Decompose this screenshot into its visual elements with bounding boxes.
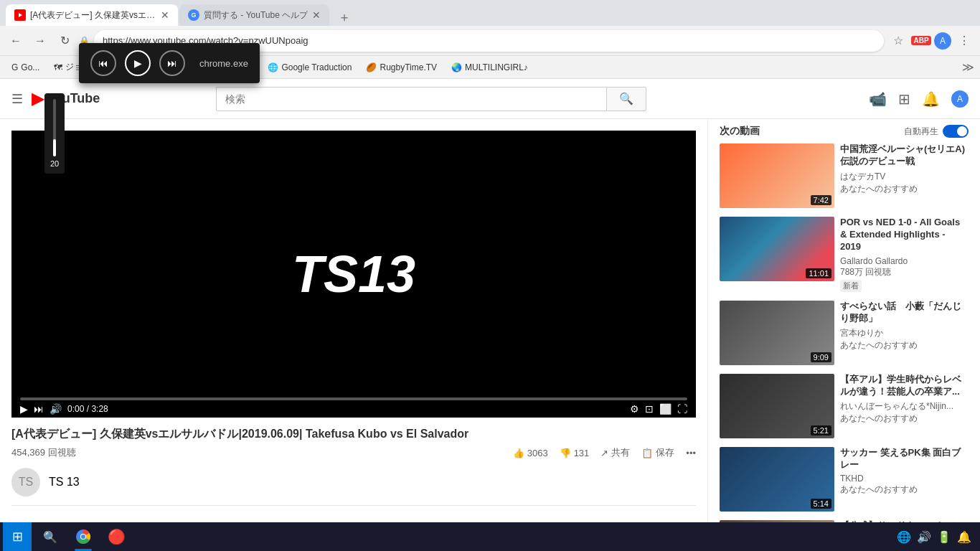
volume-slider-track[interactable] (53, 99, 56, 156)
forward-button[interactable]: → (30, 31, 50, 51)
settings-button[interactable]: ⚙ (630, 403, 639, 415)
ctrl-right: ⚙ ⊡ ⬜ ⛶ (630, 403, 687, 415)
back-button[interactable]: ← (6, 31, 26, 51)
sidebar-duration-0: 7:42 (811, 195, 831, 205)
like-button[interactable]: 👍 3063 (513, 448, 548, 458)
sidebar-duration-4: 5:14 (811, 499, 831, 509)
next-button[interactable]: ⏭ (34, 403, 44, 415)
dislike-button[interactable]: 👎 131 (560, 448, 590, 458)
new-tab-button[interactable]: ＋ (332, 9, 357, 26)
theater-button[interactable]: ⬜ (659, 403, 672, 415)
media-play-button[interactable]: ▶ (125, 50, 151, 76)
bookmark-rugby[interactable]: 🏉 RugbyTime.TV (360, 61, 443, 74)
abp-button[interactable]: ABP (911, 31, 931, 51)
traduction-icon: 🌐 (268, 62, 278, 72)
network-icon[interactable]: 🌐 (897, 530, 911, 544)
sidebar-title-4: サッカー 笑えるPK集 面白ブレー (840, 447, 969, 471)
app3-icon: 🔴 (108, 528, 126, 545)
yt-search-button[interactable]: 🔍 (606, 87, 646, 111)
bookmark-multilingirl[interactable]: 🌏 MULTILINGIRL♪ (446, 61, 534, 74)
grid-icon[interactable]: ⊞ (898, 90, 910, 108)
volume-button[interactable]: 🔊 (50, 403, 62, 415)
google-icon: G (11, 62, 18, 72)
taskbar-search[interactable]: 🔍 (34, 522, 66, 551)
bookmark-star-button[interactable]: ☆ (888, 31, 908, 51)
sidebar-channel-3: れいんぼーちゃんなる*Nijin... (840, 400, 969, 413)
user-avatar[interactable]: A (934, 32, 951, 50)
media-controls-overlay: ⏮ ▶ ⏭ chrome.exe (79, 43, 260, 83)
taskbar-chrome[interactable] (67, 522, 99, 551)
start-button[interactable]: ⊞ (3, 522, 32, 551)
progress-bar[interactable] (20, 397, 687, 400)
sidebar-badge-1: 新着 (840, 280, 862, 292)
volume-taskbar-icon[interactable]: 🔊 (917, 530, 931, 544)
yt-user-avatar[interactable]: A (951, 90, 969, 108)
bookmark-multilingirl-label: MULTILINGIRL♪ (465, 62, 528, 72)
tab-close-active[interactable]: ✕ (161, 9, 169, 21)
save-button[interactable]: 📋 保存 (641, 446, 674, 459)
sidebar-duration-2: 9:09 (811, 352, 831, 362)
sidebar-thumb-0: 7:42 (720, 143, 834, 208)
bookmark-traduction-label: Google Traduction (281, 62, 352, 72)
bookmarks-overflow-button[interactable]: ≫ (962, 60, 974, 74)
media-prev-button[interactable]: ⏮ (90, 50, 116, 76)
video-actions: 👍 3063 👎 131 ↗ 共有 📋 保 (513, 446, 696, 459)
dislike-count: 131 (574, 448, 590, 458)
fullscreen-button[interactable]: ⛶ (677, 403, 687, 415)
sidebar-video-4[interactable]: 5:14 サッカー 笑えるPK集 面白ブレー TKHD あなたへのおすすめ (720, 447, 969, 512)
sidebar-video-0[interactable]: 7:42 中国荒淫ベルーシャ(セリエA) 伝説のデビュー戦 はなデカTV あなた… (720, 143, 969, 208)
tab-title-active: [A代表デビュー] 久保建英vsエルサル... (30, 9, 156, 22)
sidebar-video-3[interactable]: 5:21 【卒アル】学生時代からレベルが違う！芸能人の卒業ア... れいんぼーち… (720, 374, 969, 438)
autoplay-toggle[interactable] (943, 125, 969, 138)
thumbs-up-icon: 👍 (513, 448, 524, 458)
bookmark-traduction[interactable]: 🌐 Google Traduction (262, 61, 357, 74)
abp-badge: ABP (911, 36, 930, 45)
more-button[interactable]: ••• (686, 448, 696, 458)
sidebar-title-3: 【卒アル】学生時代からレベルが違う！芸能人の卒業ア... (840, 374, 969, 398)
svg-marker-0 (19, 13, 22, 17)
sidebar-video-1[interactable]: 11:01 POR vs NED 1-0 - All Goals & Exten… (720, 217, 969, 292)
youtube-page: ☰ ▶ YouTube 🔍 📹 ⊞ 🔔 A (0, 79, 980, 522)
bell-icon[interactable]: 🔔 (922, 90, 940, 108)
sidebar-sub-0: あなたへのおすすめ (840, 183, 969, 195)
sidebar-channel-1: Gallardo Gallardo (840, 256, 969, 266)
sidebar: 次の動画 自動再生 7:42 中国荒淫ベルーシャ(セリエA) 伝説のデビュー戦 (707, 119, 980, 522)
video-camera-icon[interactable]: 📹 (869, 90, 887, 108)
like-count: 3063 (527, 448, 548, 458)
media-next-button[interactable]: ⏭ (159, 50, 185, 76)
share-button[interactable]: ↗ 共有 (600, 446, 630, 459)
yt-logo[interactable]: ▶ YouTube (32, 90, 100, 108)
channel-name: TS 13 (49, 476, 80, 489)
yt-search-input[interactable] (216, 87, 606, 111)
bookmark-go-label: Go... (21, 62, 39, 72)
video-controls: ▶ ⏭ 🔊 0:00 / 3:28 ⚙ ⊡ (11, 395, 696, 418)
svg-point-4 (81, 534, 85, 539)
sidebar-channel-0: はなデカTV (840, 171, 969, 183)
tab-bar: [A代表デビュー] 久保建英vsエルサル... ✕ G 質問する - YouTu… (0, 0, 980, 26)
tab-title-inactive: 質問する - YouTube ヘルプ (204, 9, 308, 22)
volume-slider-fill (53, 139, 56, 156)
bookmark-go[interactable]: G Go... (6, 61, 45, 74)
tab-active[interactable]: [A代表デビュー] 久保建英vsエルサル... ✕ (6, 4, 178, 26)
tab-inactive[interactable]: G 質問する - YouTube ヘルプ ✕ (179, 4, 329, 26)
menu-button[interactable]: ⋮ (954, 31, 974, 51)
miniplayer-button[interactable]: ⊡ (645, 403, 654, 415)
taskbar-app-3[interactable]: 🔴 (100, 522, 132, 551)
sidebar-title-2: すべらない話 小藪「だんじり野郎」 (840, 301, 969, 325)
hamburger-menu-button[interactable]: ☰ (11, 91, 23, 107)
reload-button[interactable]: ↻ (55, 31, 75, 51)
sidebar-info-3: 【卒アル】学生時代からレベルが違う！芸能人の卒業ア... れいんぼーちゃんなる*… (840, 374, 969, 438)
tab-close-inactive[interactable]: ✕ (312, 9, 321, 21)
sidebar-video-2[interactable]: 9:09 すべらない話 小藪「だんじり野郎」 宮本ゆりか あなたへのおすすめ (720, 301, 969, 365)
notification-icon[interactable]: 🔔 (957, 530, 971, 544)
channel-avatar[interactable]: TS (11, 468, 40, 496)
volume-popup: 20 (44, 93, 65, 174)
battery-icon[interactable]: 🔋 (937, 530, 951, 544)
play-pause-button[interactable]: ▶ (20, 403, 28, 415)
video-player-inner: TS13 (11, 131, 696, 418)
sidebar-sub-3: あなたへのおすすめ (840, 413, 969, 425)
video-player[interactable]: TS13 ▶ ⏭ 🔊 0:00 / (11, 131, 696, 418)
tab-favicon-yt (14, 9, 26, 21)
video-area: TS13 ▶ ⏭ 🔊 0:00 / (0, 119, 707, 522)
thumbs-down-icon: 👎 (560, 448, 571, 458)
